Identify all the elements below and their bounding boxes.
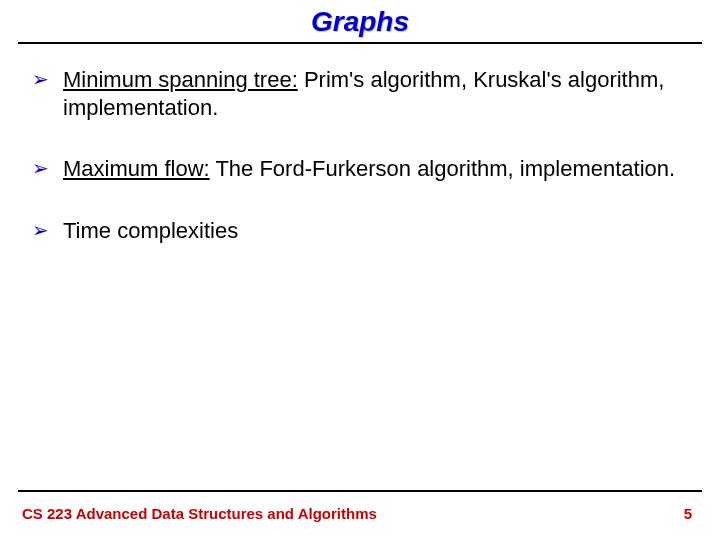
slide: Graphs ➢ Minimum spanning tree: Prim's a… bbox=[0, 0, 720, 540]
item-text: Time complexities bbox=[63, 217, 680, 245]
item-lead: Maximum flow: bbox=[63, 156, 210, 181]
list-item: ➢ Time complexities bbox=[40, 217, 680, 245]
footer-divider bbox=[18, 490, 702, 492]
item-text: Maximum flow: The Ford-Furkerson algorit… bbox=[63, 155, 680, 183]
bullet-icon: ➢ bbox=[32, 66, 49, 92]
list-item: ➢ Maximum flow: The Ford-Furkerson algor… bbox=[40, 155, 680, 183]
item-rest: Time complexities bbox=[63, 218, 238, 243]
page-number: 5 bbox=[684, 505, 692, 522]
item-rest: The Ford-Furkerson algorithm, implementa… bbox=[210, 156, 675, 181]
slide-title: Graphs bbox=[311, 6, 409, 38]
list-item: ➢ Minimum spanning tree: Prim's algorith… bbox=[40, 66, 680, 121]
item-lead: Minimum spanning tree: bbox=[63, 67, 298, 92]
bullet-icon: ➢ bbox=[32, 217, 49, 243]
title-wrap: Graphs bbox=[0, 0, 720, 38]
item-text: Minimum spanning tree: Prim's algorithm,… bbox=[63, 66, 680, 121]
bullet-icon: ➢ bbox=[32, 155, 49, 181]
content-area: ➢ Minimum spanning tree: Prim's algorith… bbox=[0, 44, 720, 244]
footer-text: CS 223 Advanced Data Structures and Algo… bbox=[22, 505, 377, 522]
